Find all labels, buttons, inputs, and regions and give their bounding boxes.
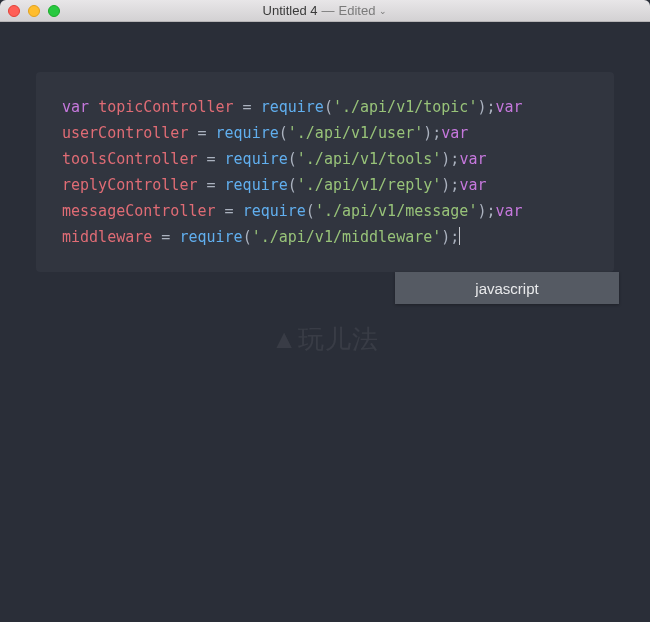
chevron-down-icon[interactable]: ⌄	[379, 6, 387, 16]
edited-status: Edited	[339, 3, 376, 18]
traffic-lights	[0, 5, 60, 17]
document-name: Untitled 4	[263, 3, 318, 18]
string-literal: './api/v1/topic'	[333, 98, 478, 116]
maximize-icon[interactable]	[48, 5, 60, 17]
editor-workspace[interactable]: var topicController = require('./api/v1/…	[0, 22, 650, 622]
tooltip-label: javascript	[475, 280, 538, 297]
close-icon[interactable]	[8, 5, 20, 17]
window-titlebar: Untitled 4 — Edited ⌄	[0, 0, 650, 22]
watermark: ▲玩儿法	[271, 322, 379, 357]
keyword: var	[62, 98, 89, 116]
identifier: topicController	[98, 98, 233, 116]
code-editor[interactable]: var topicController = require('./api/v1/…	[36, 72, 614, 272]
language-tooltip[interactable]: javascript	[395, 272, 619, 304]
title-separator: —	[322, 3, 335, 18]
minimize-icon[interactable]	[28, 5, 40, 17]
function-name: require	[261, 98, 324, 116]
window-title[interactable]: Untitled 4 — Edited ⌄	[0, 3, 650, 18]
text-cursor	[459, 227, 460, 245]
